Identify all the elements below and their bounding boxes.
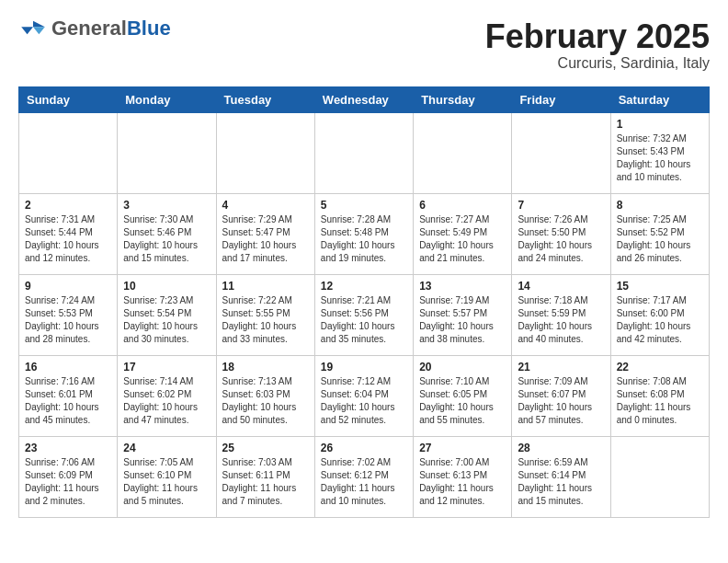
calendar-cell xyxy=(19,112,118,193)
calendar-cell xyxy=(216,112,314,193)
day-number: 23 xyxy=(25,442,111,454)
calendar-cell: 21Sunrise: 7:09 AM Sunset: 6:07 PM Dayli… xyxy=(512,355,610,436)
day-info: Sunrise: 7:13 AM Sunset: 6:03 PM Dayligh… xyxy=(222,375,309,427)
calendar-cell: 28Sunrise: 6:59 AM Sunset: 6:14 PM Dayli… xyxy=(512,436,610,517)
day-number: 26 xyxy=(321,442,407,454)
day-number: 18 xyxy=(222,361,309,373)
week-row-0: 1Sunrise: 7:32 AM Sunset: 5:43 PM Daylig… xyxy=(19,112,710,193)
col-saturday: Saturday xyxy=(610,86,709,112)
day-number: 28 xyxy=(518,442,604,454)
calendar-cell xyxy=(512,112,610,193)
calendar-cell: 12Sunrise: 7:21 AM Sunset: 5:56 PM Dayli… xyxy=(314,274,413,355)
day-number: 2 xyxy=(25,199,111,212)
day-number: 4 xyxy=(222,199,309,212)
day-info: Sunrise: 7:22 AM Sunset: 5:55 PM Dayligh… xyxy=(222,294,309,346)
week-row-1: 2Sunrise: 7:31 AM Sunset: 5:44 PM Daylig… xyxy=(19,193,710,274)
day-number: 7 xyxy=(518,199,604,212)
month-year: February 2025 xyxy=(485,18,710,55)
calendar-header-row: Sunday Monday Tuesday Wednesday Thursday… xyxy=(19,86,710,112)
calendar-cell xyxy=(414,112,512,193)
day-info: Sunrise: 7:28 AM Sunset: 5:48 PM Dayligh… xyxy=(321,213,407,265)
col-thursday: Thursday xyxy=(414,86,512,112)
day-number: 6 xyxy=(419,199,506,212)
day-info: Sunrise: 7:19 AM Sunset: 5:57 PM Dayligh… xyxy=(419,294,506,346)
day-info: Sunrise: 7:26 AM Sunset: 5:50 PM Dayligh… xyxy=(518,213,604,265)
page: GeneralBlue February 2025 Curcuris, Sard… xyxy=(0,0,728,536)
svg-marker-0 xyxy=(33,21,45,27)
day-number: 27 xyxy=(419,442,506,454)
day-number: 8 xyxy=(617,199,703,212)
svg-marker-2 xyxy=(21,27,33,34)
day-number: 3 xyxy=(123,199,210,212)
title-block: February 2025 Curcuris, Sardinia, Italy xyxy=(485,18,710,72)
day-number: 14 xyxy=(518,280,604,293)
day-info: Sunrise: 7:29 AM Sunset: 5:47 PM Dayligh… xyxy=(222,213,309,265)
calendar: Sunday Monday Tuesday Wednesday Thursday… xyxy=(18,86,710,518)
day-number: 9 xyxy=(25,280,111,293)
day-number: 19 xyxy=(321,361,407,373)
calendar-cell: 14Sunrise: 7:18 AM Sunset: 5:59 PM Dayli… xyxy=(512,274,610,355)
calendar-cell: 18Sunrise: 7:13 AM Sunset: 6:03 PM Dayli… xyxy=(216,355,314,436)
day-info: Sunrise: 7:14 AM Sunset: 6:02 PM Dayligh… xyxy=(123,375,210,427)
calendar-cell: 9Sunrise: 7:24 AM Sunset: 5:53 PM Daylig… xyxy=(19,274,118,355)
logo: GeneralBlue xyxy=(18,18,171,39)
day-info: Sunrise: 7:05 AM Sunset: 6:10 PM Dayligh… xyxy=(123,456,210,508)
svg-marker-1 xyxy=(33,27,45,34)
calendar-cell: 7Sunrise: 7:26 AM Sunset: 5:50 PM Daylig… xyxy=(512,193,610,274)
day-number: 11 xyxy=(222,280,309,293)
calendar-cell: 6Sunrise: 7:27 AM Sunset: 5:49 PM Daylig… xyxy=(414,193,512,274)
calendar-cell: 23Sunrise: 7:06 AM Sunset: 6:09 PM Dayli… xyxy=(19,436,118,517)
week-row-4: 23Sunrise: 7:06 AM Sunset: 6:09 PM Dayli… xyxy=(19,436,710,517)
logo-general: General xyxy=(51,17,127,40)
col-wednesday: Wednesday xyxy=(314,86,413,112)
day-number: 1 xyxy=(617,118,703,131)
day-info: Sunrise: 7:27 AM Sunset: 5:49 PM Dayligh… xyxy=(419,213,506,265)
day-number: 22 xyxy=(617,361,703,373)
day-info: Sunrise: 7:10 AM Sunset: 6:05 PM Dayligh… xyxy=(419,375,506,427)
calendar-cell: 19Sunrise: 7:12 AM Sunset: 6:04 PM Dayli… xyxy=(314,355,413,436)
week-row-2: 9Sunrise: 7:24 AM Sunset: 5:53 PM Daylig… xyxy=(19,274,710,355)
day-number: 20 xyxy=(419,361,506,373)
day-number: 5 xyxy=(321,199,407,212)
calendar-cell: 27Sunrise: 7:00 AM Sunset: 6:13 PM Dayli… xyxy=(414,436,512,517)
day-info: Sunrise: 7:06 AM Sunset: 6:09 PM Dayligh… xyxy=(25,456,111,508)
calendar-cell: 2Sunrise: 7:31 AM Sunset: 5:44 PM Daylig… xyxy=(19,193,118,274)
day-number: 12 xyxy=(321,280,407,293)
day-number: 16 xyxy=(25,361,111,373)
col-monday: Monday xyxy=(118,86,216,112)
day-number: 13 xyxy=(419,280,506,293)
day-info: Sunrise: 7:31 AM Sunset: 5:44 PM Dayligh… xyxy=(25,213,111,265)
calendar-cell: 5Sunrise: 7:28 AM Sunset: 5:48 PM Daylig… xyxy=(314,193,413,274)
col-tuesday: Tuesday xyxy=(216,86,314,112)
calendar-cell: 8Sunrise: 7:25 AM Sunset: 5:52 PM Daylig… xyxy=(610,193,709,274)
day-info: Sunrise: 7:32 AM Sunset: 5:43 PM Dayligh… xyxy=(617,132,703,184)
day-info: Sunrise: 6:59 AM Sunset: 6:14 PM Dayligh… xyxy=(518,456,604,508)
header: GeneralBlue February 2025 Curcuris, Sard… xyxy=(18,18,710,72)
day-info: Sunrise: 7:03 AM Sunset: 6:11 PM Dayligh… xyxy=(222,456,309,508)
calendar-cell: 16Sunrise: 7:16 AM Sunset: 6:01 PM Dayli… xyxy=(19,355,118,436)
location: Curcuris, Sardinia, Italy xyxy=(485,55,710,72)
day-number: 25 xyxy=(222,442,309,454)
week-row-3: 16Sunrise: 7:16 AM Sunset: 6:01 PM Dayli… xyxy=(19,355,710,436)
day-number: 24 xyxy=(123,442,210,454)
calendar-cell: 20Sunrise: 7:10 AM Sunset: 6:05 PM Dayli… xyxy=(414,355,512,436)
day-info: Sunrise: 7:17 AM Sunset: 6:00 PM Dayligh… xyxy=(617,294,703,346)
day-number: 21 xyxy=(518,361,604,373)
day-info: Sunrise: 7:25 AM Sunset: 5:52 PM Dayligh… xyxy=(617,213,703,265)
calendar-cell: 17Sunrise: 7:14 AM Sunset: 6:02 PM Dayli… xyxy=(118,355,216,436)
day-number: 17 xyxy=(123,361,210,373)
calendar-cell: 10Sunrise: 7:23 AM Sunset: 5:54 PM Dayli… xyxy=(118,274,216,355)
calendar-cell xyxy=(314,112,413,193)
logo-blue: Blue xyxy=(127,17,171,40)
calendar-cell xyxy=(118,112,216,193)
day-info: Sunrise: 7:21 AM Sunset: 5:56 PM Dayligh… xyxy=(321,294,407,346)
day-number: 10 xyxy=(123,280,210,293)
col-friday: Friday xyxy=(512,86,610,112)
day-info: Sunrise: 7:18 AM Sunset: 5:59 PM Dayligh… xyxy=(518,294,604,346)
calendar-cell: 11Sunrise: 7:22 AM Sunset: 5:55 PM Dayli… xyxy=(216,274,314,355)
day-info: Sunrise: 7:00 AM Sunset: 6:13 PM Dayligh… xyxy=(419,456,506,508)
calendar-cell: 15Sunrise: 7:17 AM Sunset: 6:00 PM Dayli… xyxy=(610,274,709,355)
day-info: Sunrise: 7:12 AM Sunset: 6:04 PM Dayligh… xyxy=(321,375,407,427)
day-info: Sunrise: 7:24 AM Sunset: 5:53 PM Dayligh… xyxy=(25,294,111,346)
calendar-cell: 24Sunrise: 7:05 AM Sunset: 6:10 PM Dayli… xyxy=(118,436,216,517)
